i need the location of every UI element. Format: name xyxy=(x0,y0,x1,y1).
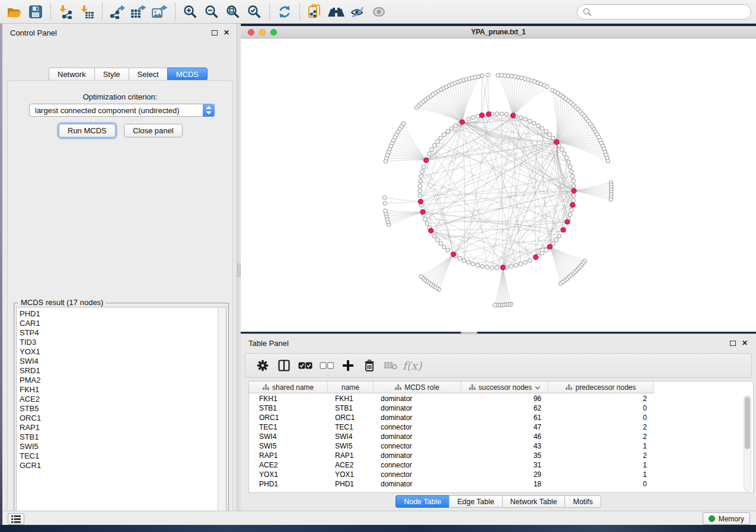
cell-shared-name[interactable]: PHD1 xyxy=(249,479,328,489)
cell-mcds-role[interactable]: dominator xyxy=(374,451,461,460)
cell-successor-nodes[interactable]: 35 xyxy=(461,451,548,460)
show-hidden-button[interactable] xyxy=(369,2,388,21)
mcds-result-item[interactable]: YOX1 xyxy=(20,347,218,357)
cell-successor-nodes[interactable]: 43 xyxy=(461,441,548,451)
cell-name[interactable]: RAP1 xyxy=(328,451,374,460)
graph-node[interactable] xyxy=(568,213,572,217)
network-window-titlebar[interactable]: YPA_prune.txt_1 xyxy=(241,26,756,39)
cell-predecessor-nodes[interactable]: 1 xyxy=(548,460,654,470)
graph-edge[interactable] xyxy=(503,268,507,305)
graph-edge[interactable] xyxy=(433,254,454,286)
graph-node[interactable] xyxy=(514,264,518,268)
binoculars-button[interactable] xyxy=(327,2,346,21)
graph-edge[interactable] xyxy=(389,212,423,225)
graph-node[interactable] xyxy=(486,73,490,77)
cell-name[interactable]: ORC1 xyxy=(328,413,374,422)
graph-node[interactable] xyxy=(548,133,552,137)
table-row[interactable]: ORC1ORC1dominator610 xyxy=(249,413,753,422)
graph-node[interactable] xyxy=(519,262,523,266)
graph-edge[interactable] xyxy=(550,247,580,267)
graph-edge[interactable] xyxy=(423,186,574,212)
graph-node[interactable] xyxy=(544,248,548,252)
graph-node[interactable] xyxy=(471,116,476,120)
cell-mcds-role[interactable]: connector xyxy=(374,441,461,451)
graph-node[interactable] xyxy=(572,184,576,188)
function-builder-button[interactable]: f(x) xyxy=(403,357,421,374)
graph-node[interactable] xyxy=(418,189,422,193)
cell-predecessor-nodes[interactable]: 0 xyxy=(548,413,654,422)
graph-node[interactable] xyxy=(446,130,450,134)
export-network-button[interactable] xyxy=(108,2,127,21)
graph-node-mcds[interactable] xyxy=(572,188,576,193)
table-scrollbar-thumb[interactable] xyxy=(745,397,750,449)
graph-node[interactable] xyxy=(570,174,575,178)
add-column-button[interactable] xyxy=(339,357,357,374)
cell-predecessor-nodes[interactable]: 2 xyxy=(548,394,654,403)
graph-node-mcds[interactable] xyxy=(451,252,456,257)
graph-node[interactable] xyxy=(528,119,532,123)
graph-edge[interactable] xyxy=(550,247,575,273)
graph-node[interactable] xyxy=(467,261,471,265)
graph-node[interactable] xyxy=(419,179,423,183)
save-session-button[interactable] xyxy=(26,2,45,21)
graph-node-mcds[interactable] xyxy=(534,255,538,259)
zoom-out-button[interactable] xyxy=(202,2,221,21)
cell-successor-nodes[interactable]: 62 xyxy=(461,403,548,413)
graph-node[interactable] xyxy=(572,194,576,198)
graph-node[interactable] xyxy=(500,112,504,116)
graph-node-mcds[interactable] xyxy=(429,228,433,233)
criterion-dropdown[interactable]: largest connected component (undirected) xyxy=(29,104,215,117)
cell-successor-nodes[interactable]: 31 xyxy=(461,460,548,470)
mcds-result-item[interactable]: TEC1 xyxy=(20,451,218,461)
tab-mcds[interactable]: MCDS xyxy=(167,68,208,81)
graph-node[interactable] xyxy=(490,265,495,270)
table-row[interactable]: SWI4SWI4dominator462 xyxy=(249,432,753,441)
graph-node-mcds[interactable] xyxy=(480,113,484,118)
float-panel-icon[interactable] xyxy=(212,30,218,36)
graph-edge[interactable] xyxy=(386,160,426,161)
mcds-result-item[interactable]: ORC1 xyxy=(20,414,218,423)
graph-node-mcds[interactable] xyxy=(570,203,575,207)
mcds-result-list[interactable]: PHD1CAR1STP4TID3YOX1SWI4SRD1PMA2FKH1ACE2… xyxy=(16,307,218,518)
graph-edge[interactable] xyxy=(513,86,547,116)
zoom-in-button[interactable] xyxy=(181,2,200,21)
mcds-result-item[interactable]: ACE2 xyxy=(20,395,218,404)
close-panel-icon[interactable]: ✕ xyxy=(224,28,229,37)
graph-node-mcds[interactable] xyxy=(418,199,423,204)
graph-node-mcds[interactable] xyxy=(460,120,464,124)
close-panel-button[interactable]: Close panel xyxy=(124,124,183,137)
cell-mcds-role[interactable]: connector xyxy=(374,460,461,470)
graph-node[interactable] xyxy=(557,234,562,238)
graph-node[interactable] xyxy=(418,194,422,198)
graph-node[interactable] xyxy=(477,75,481,79)
deselect-all-button[interactable] xyxy=(318,357,336,374)
table-scrollbar[interactable] xyxy=(744,395,751,492)
refresh-button[interactable] xyxy=(275,2,294,21)
graph-edge[interactable] xyxy=(574,182,611,191)
column-header-mcds-role[interactable]: MCDS role xyxy=(374,382,461,393)
graph-node[interactable] xyxy=(420,169,425,174)
graph-node[interactable] xyxy=(442,133,446,137)
cell-successor-nodes[interactable]: 18 xyxy=(461,479,548,489)
graph-node[interactable] xyxy=(493,303,497,307)
graph-node[interactable] xyxy=(563,152,567,156)
task-history-button[interactable] xyxy=(8,513,24,525)
search-input[interactable] xyxy=(592,8,751,17)
graph-edge[interactable] xyxy=(482,75,488,116)
column-header-successor-nodes[interactable]: successor nodes xyxy=(461,382,548,393)
graph-node[interactable] xyxy=(564,156,569,160)
graph-edge[interactable] xyxy=(488,75,489,114)
graph-node[interactable] xyxy=(454,124,458,128)
graph-node[interactable] xyxy=(560,148,564,152)
graph-node[interactable] xyxy=(419,174,423,178)
graph-node[interactable] xyxy=(382,196,387,200)
graph-edge[interactable] xyxy=(503,132,546,268)
graph-node[interactable] xyxy=(418,184,422,188)
graph-node[interactable] xyxy=(471,262,476,266)
mcds-result-item[interactable]: PHD1 xyxy=(20,309,218,319)
column-header-shared-name[interactable]: shared name xyxy=(249,382,328,393)
graph-edge[interactable] xyxy=(482,76,489,114)
graph-node-mcds[interactable] xyxy=(511,113,515,118)
graph-edge[interactable] xyxy=(437,254,454,288)
graph-node[interactable] xyxy=(528,258,532,262)
